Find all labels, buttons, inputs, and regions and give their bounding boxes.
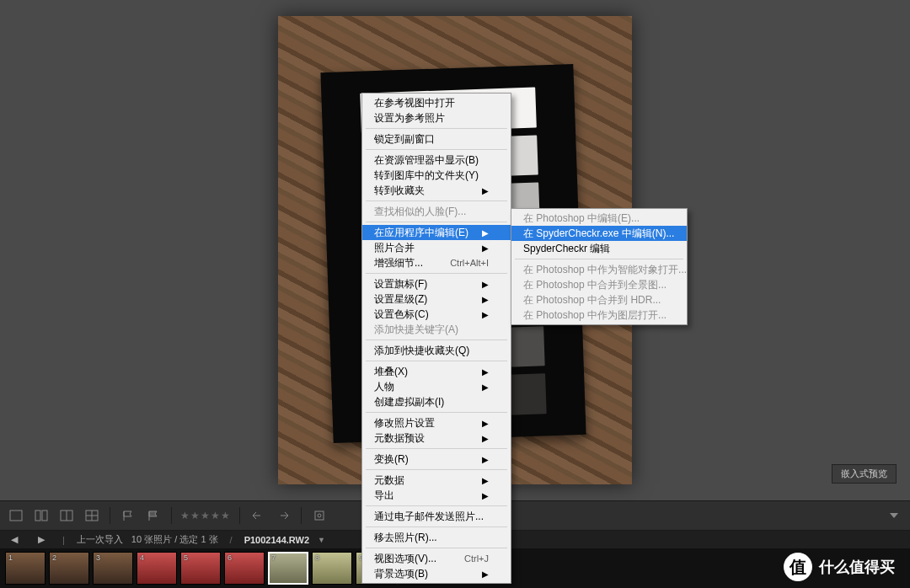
menu-item[interactable]: 设置色标(C)▶ [362,307,511,322]
menu-item[interactable]: 照片合并▶ [362,240,511,255]
svg-rect-0 [10,510,22,521]
filmstrip-thumbnail[interactable]: 1 [5,552,46,585]
menu-item[interactable]: 锁定到副窗口 [362,131,511,147]
menu-item[interactable]: 元数据预设▶ [362,430,511,446]
rating-stars[interactable]: ★★★★★ [180,510,231,521]
toolbar-menu-icon[interactable] [885,508,903,523]
menu-item[interactable]: 背景选项(B)▶ [362,566,511,581]
undo-icon[interactable] [249,508,267,523]
menu-item[interactable]: 转到收藏夹▶ [362,183,511,198]
filmstrip-thumbnail[interactable]: 6 [224,552,265,585]
menu-item[interactable]: 修改照片设置▶ [362,415,511,430]
submenu-item[interactable]: 在 SpyderCheckr.exe 中编辑(N)... [511,226,687,241]
before-after-icon[interactable] [57,508,76,523]
menu-item[interactable]: 设置旗标(F)▶ [362,276,511,291]
svg-rect-2 [42,510,47,521]
filmstrip-thumbnail[interactable]: 5 [180,552,221,585]
filmstrip-thumbnail[interactable]: 4 [136,552,177,585]
nav-forward-icon[interactable]: ▶ [32,532,51,548]
menu-item[interactable]: 在资源管理器中显示(B) [362,152,511,168]
menu-item[interactable]: 转到图库中的文件夹(Y) [362,168,511,183]
logo-text: 什么值得买 [819,557,895,577]
redo-icon[interactable] [274,508,292,523]
filmstrip-thumbnail[interactable]: 8 [312,552,352,585]
context-menu[interactable]: 在参考视图中打开设置为参考照片锁定到副窗口在资源管理器中显示(B)转到图库中的文… [361,93,511,584]
flag-pick-icon[interactable] [119,508,137,523]
svg-rect-1 [35,510,40,521]
menu-item[interactable]: 创建虚拟副本(I) [362,394,511,409]
edit-in-submenu[interactable]: 在 Photoshop 中编辑(E)...在 SpyderCheckr.exe … [511,208,688,325]
photo-count-label: 10 张照片 / 选定 1 张 [131,533,218,546]
flag-reject-icon[interactable] [144,508,163,523]
svg-rect-10 [315,511,324,520]
menu-item[interactable]: 变换(R)▶ [362,452,511,467]
menu-item[interactable]: 设置星级(Z)▶ [362,291,511,307]
svg-point-11 [318,514,321,517]
menu-item[interactable]: 导出▶ [362,488,511,503]
nav-back-icon[interactable]: ◀ [5,532,24,548]
menu-item[interactable]: 元数据▶ [362,473,511,488]
menu-item[interactable]: 增强细节...Ctrl+Alt+I [362,255,511,270]
loupe-view-icon[interactable] [7,508,25,523]
menu-item[interactable]: 人物▶ [362,379,511,394]
submenu-item: 在 Photoshop 中作为图层打开... [511,307,687,323]
menu-item[interactable]: 在参考视图中打开 [362,95,511,110]
current-filename: P1002144.RW2 [244,535,309,545]
submenu-item[interactable]: SpyderCheckr 编辑 [511,241,687,256]
watermark-logo: 值 什么值得买 [784,553,895,581]
menu-item: 添加快捷关键字(A) [362,322,511,337]
filmstrip-thumbnail[interactable]: 2 [49,552,89,585]
filmstrip-thumbnail[interactable]: 7 [268,552,308,585]
menu-item[interactable]: 添加到快捷收藏夹(Q) [362,343,511,358]
menu-item[interactable]: 视图选项(V)...Ctrl+J [362,551,511,566]
crop-icon[interactable] [310,508,329,523]
menu-item[interactable]: 设置为参考照片 [362,110,511,126]
embedded-preview-button[interactable]: 嵌入式预览 [832,464,897,484]
import-source-label[interactable]: 上一次导入 [77,533,123,546]
submenu-item: 在 Photoshop 中作为智能对象打开... [511,262,687,277]
menu-item[interactable]: 堆叠(X)▶ [362,364,511,379]
compare-view-icon[interactable] [32,508,51,523]
menu-item: 查找相似的人脸(F)... [362,204,511,219]
submenu-item: 在 Photoshop 中编辑(E)... [511,211,687,226]
menu-item[interactable]: 移去照片(R)... [362,530,511,545]
menu-item[interactable]: 通过电子邮件发送照片... [362,509,511,524]
grid-view-icon[interactable] [83,508,101,523]
submenu-item: 在 Photoshop 中合并到全景图... [511,277,687,292]
menu-item[interactable]: 在应用程序中编辑(E)▶ [362,225,511,240]
chevron-down-icon[interactable]: ▼ [318,536,325,544]
logo-icon: 值 [784,553,812,581]
filmstrip-thumbnail[interactable]: 3 [93,552,133,585]
submenu-item: 在 Photoshop 中合并到 HDR... [511,292,687,307]
